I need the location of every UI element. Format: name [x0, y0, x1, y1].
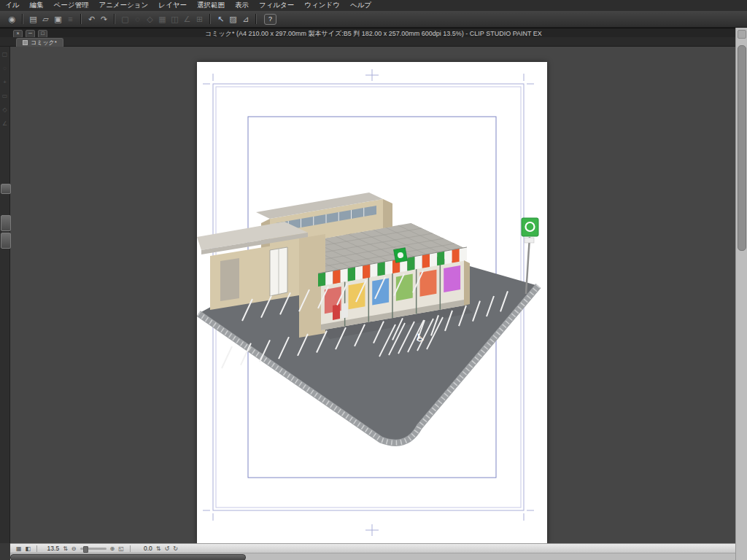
menu-item[interactable]: ページ管理: [48, 1, 93, 10]
bottom-left-corner: [0, 543, 10, 560]
vertical-scrollbar[interactable]: [735, 28, 747, 560]
left-tool-strip[interactable]: ▢◌+▭◇∠: [0, 46, 10, 560]
zoom-stepper[interactable]: ⇅: [63, 545, 68, 552]
handicap-marking: ♿: [415, 331, 426, 344]
status-bar: ▦ ◧ 13.5 ⇅ ⊖ ⊕ ◱ 0.0 ⇅ ↺ ↻: [10, 543, 735, 553]
tool-icon[interactable]: ▭: [2, 93, 8, 99]
navigator-icon[interactable]: ▦: [16, 545, 22, 552]
menu-item[interactable]: アニメーション: [93, 1, 153, 10]
rotate-ccw-icon[interactable]: ↺: [165, 545, 170, 552]
undo-icon[interactable]: ↶: [85, 13, 98, 25]
main-toolbar: ◉▤▱▣≡↶↷▢◌◇▦◫∠⊞↖▨⊿?: [0, 11, 747, 28]
save-icon[interactable]: ▣: [52, 13, 64, 25]
rotate-cw-icon[interactable]: ↻: [173, 545, 178, 552]
menu-item[interactable]: フィルター: [254, 1, 299, 10]
fit-to-screen-icon[interactable]: ◱: [118, 545, 124, 552]
snap-to-grid-icon[interactable]: ⊞: [193, 13, 206, 25]
tab-page-icon: [23, 40, 28, 45]
zoom-in-icon[interactable]: ⊕: [110, 545, 115, 552]
vertical-scroll-thumb[interactable]: [738, 45, 746, 251]
page-artwork: ♿: [197, 62, 547, 543]
rotation-stepper[interactable]: ⇅: [156, 545, 161, 552]
page[interactable]: ♿: [197, 62, 547, 543]
document-title-bar: ×─□ コミック* (A4 210.00 x 297.00mm 製本サイズ:B5…: [0, 28, 747, 38]
collapsed-palette[interactable]: [1, 215, 11, 231]
divider: [36, 545, 37, 552]
tab-label: コミック*: [31, 39, 57, 47]
snap-to-ruler-icon[interactable]: ◫: [169, 13, 181, 25]
collapsed-palette[interactable]: [1, 233, 11, 249]
rotation-value[interactable]: 0.0: [136, 545, 152, 552]
help-icon[interactable]: ?: [264, 14, 276, 25]
tool-icon[interactable]: +: [3, 79, 7, 85]
scrollbar-button[interactable]: [738, 30, 746, 39]
horizontal-scrollbar[interactable]: [10, 553, 735, 560]
deselect-icon[interactable]: ◌: [131, 13, 144, 25]
zoom-slider-thumb[interactable]: [83, 546, 88, 553]
tool-icon[interactable]: ◌: [3, 66, 7, 71]
menu-item[interactable]: ウィンドウ: [299, 1, 345, 10]
canvas-area[interactable]: ♿: [10, 46, 735, 543]
object-tool-icon[interactable]: ↖: [214, 13, 227, 25]
menu-item[interactable]: イル: [0, 1, 24, 10]
menu-item[interactable]: ヘルプ: [345, 1, 376, 10]
horizontal-scroll-thumb[interactable]: [10, 554, 246, 560]
collapsed-palette[interactable]: [1, 184, 11, 194]
zoom-out-icon[interactable]: ⊖: [71, 545, 77, 552]
tab-bar: コミック*: [0, 37, 735, 47]
clip-studio-logo-icon[interactable]: ◉: [6, 13, 18, 25]
grid-icon[interactable]: ▦: [156, 13, 169, 25]
menu-bar: イル編集ページ管理アニメーションレイヤー選択範囲表示フィルターウィンドウヘルプ: [0, 0, 747, 11]
tab-comic[interactable]: コミック*: [16, 38, 63, 47]
pen-tool-icon[interactable]: ▨: [227, 13, 239, 25]
tool-icon[interactable]: ◇: [2, 107, 7, 113]
divider: [130, 545, 131, 552]
menu-item[interactable]: 選択範囲: [192, 1, 230, 10]
print-icon[interactable]: ≡: [64, 13, 77, 25]
redo-icon[interactable]: ↷: [98, 13, 110, 25]
transform-icon[interactable]: ◇: [144, 13, 156, 25]
tool-icon[interactable]: ∠: [2, 121, 7, 127]
menu-item[interactable]: 編集: [24, 1, 48, 10]
ruler-icon[interactable]: ⊿: [239, 13, 252, 25]
open-file-icon[interactable]: ▱: [39, 13, 52, 25]
zoom-slider[interactable]: [80, 548, 107, 550]
menu-item[interactable]: レイヤー: [153, 1, 192, 10]
select-rectangle-icon[interactable]: ▢: [119, 13, 131, 25]
zoom-value[interactable]: 13.5: [43, 545, 59, 552]
tool-icon[interactable]: ▢: [2, 52, 8, 58]
snap-to-angle-icon[interactable]: ∠: [181, 13, 193, 25]
menu-item[interactable]: 表示: [230, 1, 254, 10]
new-file-icon[interactable]: ▤: [27, 13, 39, 25]
subview-icon[interactable]: ◧: [26, 545, 31, 552]
